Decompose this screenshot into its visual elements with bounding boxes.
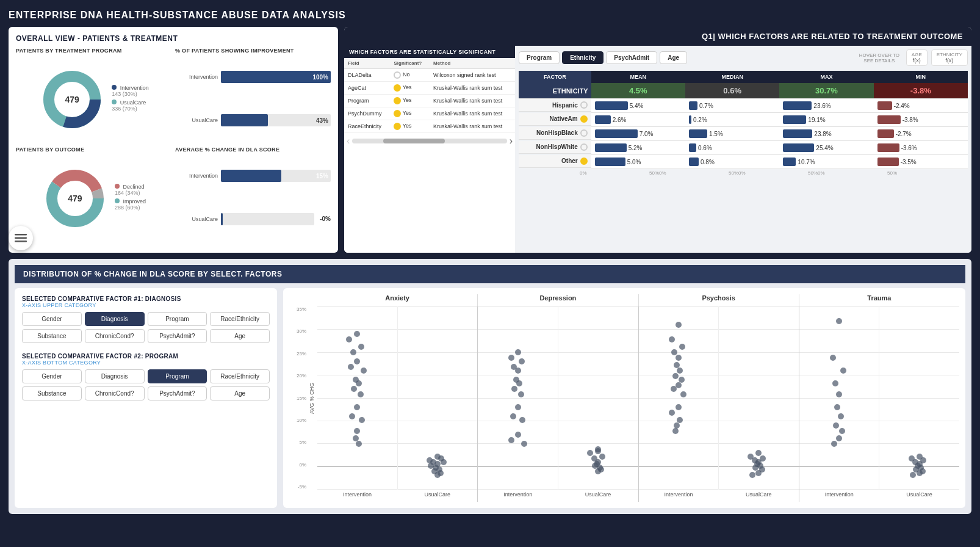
scroll-bar[interactable] [352,139,506,143]
f1-age-btn[interactable]: Age [210,329,270,343]
nonhispblack-dot [580,129,588,137]
nonhispwhite-median-cell: 0.6% [685,141,779,155]
nonhispwhite-median-val: 0.6% [698,145,712,151]
group-headers-row: Anxiety Depression Psychosis Trauma [317,294,959,306]
dla-bar-label-2: UsualCare [175,216,218,222]
overall-view-panel: OVERALL VIEW - PATIENTS & TREATMENT PATI… [9,27,338,253]
dla-title: AVERAGE % CHANGE IN DLA SCORE [175,147,331,153]
f1-gender-btn[interactable]: Gender [22,312,82,326]
f2-program-btn[interactable]: Program [148,369,207,383]
sig-row-1: DLADelta No Wilcoxon signed rank test [344,69,515,82]
usualcare-legend-dot [112,100,117,104]
f1-substance-btn[interactable]: Substance [22,329,82,343]
treatment-legend: Intervention 143 (30%) UsualCare 336 (70… [112,85,149,114]
tab-ethnicity[interactable]: Ethnicity [562,51,603,64]
dla-bar-bg-1: 15% [221,170,331,182]
nonhispwhite-median-bar [689,143,696,152]
f2-chronic-btn[interactable]: ChronicCond? [85,386,145,400]
improvement-cell: % OF PATIENTS SHOWING IMPROVEMENT Interv… [175,48,331,143]
psychosis-usualcare [718,306,799,490]
improvement-bar-val-2: 43% [316,117,328,123]
improvement-bar-val-1: 100% [312,73,328,80]
factor1-btn-grid: Gender Diagnosis Program Race/Ethnicity … [22,312,270,343]
f2-race-btn[interactable]: Race/Ethnicity [210,369,270,383]
intervention-legend-dot [112,85,117,90]
dot [354,358,360,364]
improvement-bar-intervention: Intervention 100% [175,71,331,83]
improvement-bar-bg-1: 100% [221,71,331,83]
dot [595,448,601,454]
nonhispblack-max-cell: 23.8% [779,127,873,141]
f1-psych-btn[interactable]: PsychAdmit? [148,329,207,343]
tab-program[interactable]: Program [519,51,560,64]
dla-bar-usualcare: UsualCare -0% [175,213,331,225]
tab-psychadmit[interactable]: PsychAdmit [606,51,657,64]
usualcare-legend-label: UsualCare [120,100,146,106]
stat-pills: AGE f(x) ETHNICITY f(x) [906,49,968,66]
f1-diagnosis-btn[interactable]: Diagnosis [85,312,145,326]
factor-select-panel: SELECTED COMPARATIVE FACTOR #1: DIAGNOSI… [15,288,277,508]
sig-sig-2: Yes [390,82,430,95]
dot [354,331,360,337]
scroll-left-btn[interactable]: ‹ [347,136,350,147]
f2-diagnosis-btn[interactable]: Diagnosis [85,369,145,383]
f1-chronic-btn[interactable]: ChronicCond? [85,329,145,343]
scroll-right-btn[interactable]: › [510,136,513,147]
nonhispblack-mean-bar [595,129,638,138]
sig-field-3: Program [344,95,390,107]
sig-field-5: RaceEthnicity [344,120,390,133]
scatter-chart-wrap: 35% 30% 25% 20% 15% 10% 5% 0% -5% AVG % … [289,294,959,502]
f1-race-btn[interactable]: Race/Ethnicity [210,312,270,326]
sig-method-5: Kruskal-Wallis rank sum test [430,120,515,133]
dot [832,380,838,386]
row-name-hispanic: Hispanic [519,99,591,112]
dot [511,386,517,392]
nonhispblack-median-cell: 1.5% [685,127,779,141]
nonhispwhite-dot [580,143,588,151]
nonhispwhite-max-bar [783,143,814,152]
f2-substance-btn[interactable]: Substance [22,386,82,400]
f1-program-btn[interactable]: Program [148,312,207,326]
f2-age-btn[interactable]: Age [210,386,270,400]
hispanic-dot [580,101,588,109]
dot [836,435,842,441]
trauma-usualcare-label: UsualCare [879,490,959,502]
sig-row-2: AgeCat Yes Kruskal-Wallis rank sum test [344,82,515,95]
treatment-donut-label: 479 [65,95,79,104]
sig-row-5: RaceEthnicity Yes Kruskal-Wallis rank su… [344,120,515,133]
distribution-title: DISTRIBUTION OF % CHANGE IN DLA SCORE BY… [15,265,965,283]
factor-select-body: SELECTED COMPARATIVE FACTOR #1: DIAGNOSI… [15,288,277,418]
dot [677,368,683,374]
intervention-legend-item: Intervention 143 (30%) [112,85,149,97]
dot [521,441,527,447]
hispanic-median-val: 0.7% [699,103,713,109]
th-max: MAX [779,71,873,83]
factor2-title: SELECTED COMPARATIVE FACTOR #2: PROGRAM [22,353,270,360]
anxiety-group [317,306,478,490]
f2-gender-btn[interactable]: Gender [22,369,82,383]
q1-right-panel: Program Ethnicity PsychAdmit Age HOVER O… [515,46,971,253]
improvement-bar-bg-2: 43% [221,114,331,126]
sig-dot-4 [394,110,401,117]
trauma-group [799,306,959,490]
factor1-subtitle: X-AXIS UPPER CATEGORY [22,302,270,308]
f2-psych-btn[interactable]: PsychAdmit? [148,386,207,400]
dot [356,441,362,447]
row-name-nonhispblack: NonHispBlack [519,127,591,140]
other-mean-bar [595,158,625,166]
dla-bar-label-1: Intervention [175,173,218,179]
dot [830,355,836,361]
trauma-intervention-label: Intervention [799,490,879,502]
declined-legend-item: Declined 164 (34%) [115,184,146,196]
dot [838,413,844,419]
th-median: MEDIAN [685,71,779,83]
dot [351,386,357,392]
dot [519,358,525,364]
tab-age[interactable]: Age [660,51,687,64]
dot [672,428,679,434]
nonhispblack-max-val: 23.8% [814,131,831,137]
menu-button[interactable] [9,226,33,250]
nonhispwhite-mean-bar [595,143,627,152]
max-axis: 0%50% [738,170,818,176]
q1-body: WHICH FACTORS ARE STATISTICALLY SIGNIFIC… [344,46,971,253]
